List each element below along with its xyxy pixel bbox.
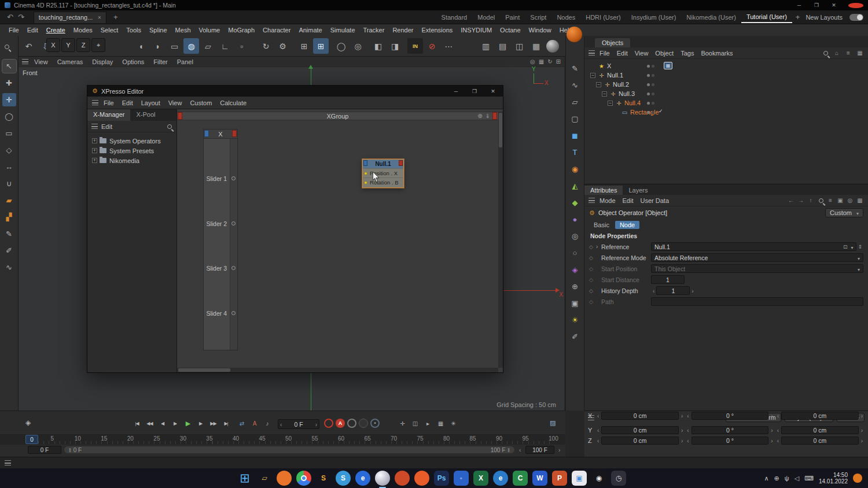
layout-tab-tutorial[interactable]: Tutorial (User) bbox=[741, 12, 792, 23]
viewport-menu-icon[interactable] bbox=[22, 59, 28, 64]
camera-icon[interactable]: ▣ bbox=[568, 297, 582, 309]
playback-loop-icon[interactable]: ⇄ bbox=[236, 418, 248, 429]
xp-menu-calculate[interactable]: Calculate bbox=[216, 99, 251, 106]
vp-maximize-icon[interactable]: ⊞ bbox=[556, 58, 561, 65]
filter-list-icon[interactable]: ≡ bbox=[844, 49, 852, 57]
xpresso-tag-icon[interactable]: ▦ bbox=[664, 62, 672, 69]
increment-arrow-icon[interactable] bbox=[314, 421, 319, 428]
attributes-menu-icon[interactable] bbox=[589, 198, 595, 203]
rotation-field[interactable]: 0 ° bbox=[692, 412, 769, 420]
mail-app-icon[interactable]: e bbox=[493, 471, 508, 486]
tab-layers[interactable]: Layers bbox=[623, 186, 653, 195]
chevron-down-icon[interactable] bbox=[858, 254, 860, 261]
output-port-icon[interactable] bbox=[231, 176, 236, 180]
port-slider-2[interactable]: Slider 2 bbox=[204, 219, 237, 228]
menu-extensions[interactable]: Extensions bbox=[417, 27, 457, 34]
vp-menu-cameras[interactable]: Cameras bbox=[53, 58, 88, 65]
objects-menu-icon[interactable] bbox=[589, 50, 595, 56]
start-button[interactable]: ⊞ bbox=[237, 471, 252, 486]
object-row-null3[interactable]: − ✛ Null.3 bbox=[584, 89, 868, 98]
photos-app-icon[interactable]: ▣ bbox=[572, 471, 587, 486]
tab-attributes[interactable]: Attributes bbox=[584, 186, 623, 195]
sphere-primitive-icon[interactable]: ◎ bbox=[568, 230, 582, 242]
volume-icon[interactable]: ♪ bbox=[262, 418, 273, 429]
more-tools-icon[interactable]: ⋯ bbox=[441, 38, 457, 54]
spline-tool-icon[interactable]: ∿ bbox=[2, 261, 16, 274]
vp-grid-icon[interactable]: ▦ bbox=[539, 58, 544, 65]
increment-arrow-icon[interactable] bbox=[557, 446, 562, 453]
bevel-tool-icon[interactable]: ▱ bbox=[200, 38, 216, 54]
obj-menu-tags[interactable]: Tags bbox=[677, 50, 697, 57]
pool-nikomedia[interactable]: Nikomedia bbox=[87, 156, 176, 165]
preset-dropdown[interactable]: Custom bbox=[825, 208, 863, 217]
goto-start-button[interactable]: |◀ bbox=[131, 418, 143, 429]
search-icon[interactable] bbox=[821, 49, 829, 57]
field-icon[interactable]: ◭ bbox=[568, 179, 582, 192]
snap-tool-icon[interactable]: ▞ bbox=[2, 210, 16, 224]
plugin-disabled-icon[interactable]: ⊘ bbox=[424, 38, 440, 54]
output-port-icon[interactable] bbox=[231, 221, 236, 225]
chevron-down-icon[interactable] bbox=[851, 243, 853, 250]
chip-basic[interactable]: Basic bbox=[589, 221, 614, 229]
vp-menu-filter[interactable]: Filter bbox=[149, 58, 172, 65]
vp-menu-options[interactable]: Options bbox=[117, 58, 149, 65]
xp-menu-edit[interactable]: Edit bbox=[118, 99, 137, 106]
layout-tab-script[interactable]: Script bbox=[525, 12, 551, 23]
minimize-button[interactable]: ─ bbox=[792, 2, 807, 8]
x-node-header[interactable]: X bbox=[204, 130, 237, 139]
decrement-arrow-icon[interactable] bbox=[775, 412, 781, 419]
panel-menu-icon[interactable]: ▦ bbox=[856, 49, 864, 57]
menu-character[interactable]: Character bbox=[259, 27, 295, 34]
xgroup-header[interactable]: XGroup ⊕⇓ bbox=[177, 112, 498, 120]
search-icon[interactable] bbox=[816, 197, 825, 205]
input-port-icon[interactable] bbox=[364, 172, 367, 175]
xpresso-maximize-button[interactable]: ❐ bbox=[469, 88, 480, 94]
film-strip-icon[interactable]: ▥ bbox=[478, 38, 494, 54]
increment-arrow-icon[interactable] bbox=[769, 412, 774, 419]
attr-menu-mode[interactable]: Mode bbox=[596, 197, 619, 204]
drag-handle-icon[interactable]: ⇕ bbox=[856, 244, 863, 250]
up-level-icon[interactable]: ↑ bbox=[807, 197, 815, 205]
coord-system-button[interactable]: ⌖ bbox=[91, 38, 105, 52]
light-icon[interactable]: ☀ bbox=[568, 313, 582, 326]
decrement-arrow-icon[interactable] bbox=[775, 437, 781, 444]
menu-file[interactable]: File bbox=[5, 27, 23, 34]
group-input-port[interactable] bbox=[178, 112, 182, 120]
reference-mode-dropdown[interactable]: Absolute Reference bbox=[651, 253, 863, 262]
decrement-arrow-icon[interactable] bbox=[595, 412, 601, 419]
menu-tracker[interactable]: Tracker bbox=[359, 27, 389, 34]
cinema4d-icon[interactable] bbox=[375, 471, 390, 486]
play-button[interactable]: ▶ bbox=[182, 418, 194, 429]
frame-ruler[interactable]: 0 05101520253035404550556065707580859095… bbox=[0, 433, 565, 445]
editor-visibility-dot[interactable] bbox=[647, 83, 650, 86]
vertical-scrollbar[interactable] bbox=[498, 112, 503, 368]
decrement-arrow-icon[interactable] bbox=[775, 427, 781, 434]
insydium-logo-icon[interactable]: IN bbox=[407, 38, 423, 54]
forward-arrow-icon[interactable]: → bbox=[797, 197, 805, 205]
live-selection-icon[interactable]: ◯ bbox=[2, 110, 16, 123]
back-arrow-icon[interactable]: ← bbox=[787, 197, 795, 205]
motion-clip-icon[interactable]: ▤ bbox=[495, 38, 510, 54]
key-parameter-icon[interactable]: ▦ bbox=[435, 418, 446, 429]
key-pla-icon[interactable]: ✳ bbox=[448, 418, 459, 429]
edge-icon[interactable]: e bbox=[355, 471, 370, 486]
editor-visibility-dot[interactable] bbox=[647, 74, 650, 77]
editor-visibility-dot[interactable] bbox=[647, 102, 650, 105]
node-input-chip[interactable] bbox=[363, 160, 367, 166]
pool-system-operators[interactable]: System Operators bbox=[87, 136, 176, 146]
editor-visibility-dot[interactable] bbox=[647, 111, 650, 114]
volume-builder-icon[interactable]: ○ bbox=[568, 246, 582, 259]
expand-icon[interactable]: › bbox=[596, 243, 601, 250]
plain-tool-icon[interactable]: ▫ bbox=[234, 38, 249, 54]
increment-arrow-icon[interactable] bbox=[679, 412, 685, 419]
tab-x-pool[interactable]: X-Pool bbox=[130, 109, 161, 121]
obj-menu-file[interactable]: File bbox=[596, 50, 613, 57]
layout-tab-paint[interactable]: Paint bbox=[500, 12, 525, 23]
key-position-icon[interactable]: ◫ bbox=[410, 418, 421, 429]
render-visibility-dot[interactable] bbox=[652, 65, 654, 68]
increment-arrow-icon[interactable] bbox=[690, 287, 695, 294]
play-reverse-button[interactable]: ▶ bbox=[169, 418, 181, 429]
scale-field[interactable]: 0 cm bbox=[781, 437, 859, 445]
attr-menu-userdata[interactable]: User Data bbox=[637, 197, 673, 204]
xpresso-titlebar[interactable]: ⚙ XPresso Editor ─ ❐ ✕ bbox=[87, 86, 503, 97]
